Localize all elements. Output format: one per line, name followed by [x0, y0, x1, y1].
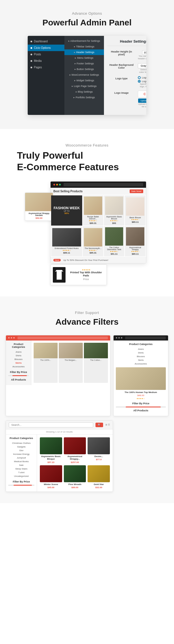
fp2-cat-1[interactable]: Jeans	[116, 347, 166, 351]
fp3-product-4[interactable]: Winter Scene $45.00	[40, 465, 62, 489]
filter-panel-1-body: Product Categories Jeans Shirts Blouses …	[6, 340, 110, 385]
sub-item-header[interactable]: Header Settings	[64, 49, 104, 55]
fp3-body: Product Categories Christmas Clothes Gad…	[6, 435, 113, 492]
upload-logo-button[interactable]: Upload Site Logo	[138, 99, 146, 103]
fp2-cat-4[interactable]: Skirts	[116, 358, 166, 362]
sidebar-item-posts[interactable]: Posts	[28, 51, 64, 58]
fp2-product-stars: ★★★★☆	[116, 398, 166, 400]
filter-products-grid-1: The 100%... The Belgian... The Cotton...	[31, 340, 110, 385]
fp2-cat-3[interactable]: Blouses	[116, 355, 166, 358]
fp3-cat-glor[interactable]: Glor	[8, 449, 34, 452]
fp3-product-3[interactable]: Desim... $77.0	[88, 437, 110, 464]
fp3-search-input[interactable]	[9, 422, 93, 427]
filter-panel-2: Product Categories Jeans Shirts Blouses …	[113, 335, 168, 416]
fp3-cat-sale[interactable]: Sale	[8, 463, 34, 467]
logo-preview: Ci●ico	[138, 91, 146, 97]
sidebar-item-cicio[interactable]: Cicio Options	[28, 45, 64, 51]
sub-item-login[interactable]: Login Page Settings	[64, 83, 104, 89]
product-name-3: Basic Blouse	[129, 217, 141, 219]
product-img-7	[126, 227, 144, 246]
radio-logo-image[interactable]: Logo as Image	[138, 80, 146, 83]
cat-jeans[interactable]: Jeans	[8, 350, 29, 354]
fp2-price-bar	[116, 407, 166, 407]
cat-blouses[interactable]: Blouses	[8, 357, 29, 361]
product-cell-5[interactable]: The Neomoneyth... ★★★★☆ $85.31	[83, 226, 103, 256]
dot-red	[53, 184, 55, 185]
product-cell-3[interactable]: Basic Blouse ★★★★☆ $89.11	[125, 195, 145, 226]
product-stars-5: ★★★★☆	[89, 249, 97, 252]
fp3-cat-gadgets[interactable]: Gadgets	[8, 445, 34, 449]
fp3-cat-jumpsult[interactable]: Jumpsult	[8, 456, 34, 460]
fp3-cat-increase[interactable]: Increase Energy	[8, 452, 34, 456]
promo-tag: New!	[53, 259, 61, 261]
product-price-7: $89.11	[132, 253, 138, 255]
sub-item-menu[interactable]: Menu Settings	[64, 55, 104, 61]
fp3-product-2[interactable]: Asymmetrical Strappy... $257.00	[64, 437, 86, 464]
sub-item-button[interactable]: Button Settings	[64, 66, 104, 72]
product-cell-1[interactable]: Recipe Ballet Dancer... ★★★★☆ $89.31	[83, 195, 103, 226]
fp3-cat-medical[interactable]: Medical Books	[8, 460, 34, 463]
fp3-product-price-5: $89.00	[64, 486, 86, 489]
fp2-product-img	[116, 367, 166, 390]
product-img-4	[52, 228, 81, 246]
shop-products-grid: FASHION WEEK UP TO 50% Recipe Ballet Dan…	[51, 195, 146, 257]
header-height-input[interactable]	[142, 50, 146, 55]
product-price-2: $93	[112, 222, 116, 224]
logo-image-field: Logo Image Ci●ico Upload Site Logo Uploa…	[107, 91, 146, 108]
fp3-cat-tshirt[interactable]: T-shirt	[8, 471, 34, 474]
fp3-price-section: Filter By Price	[8, 480, 34, 486]
product-cell-4[interactable]: Embroidered Printed Mules ★★★★☆ $89.11	[51, 226, 82, 256]
product-cell-7[interactable]: Asymmetrical Strappy ★★★★☆ $89.11	[125, 226, 145, 256]
fp3-view-toggle[interactable]: ⊞ ☰	[105, 423, 110, 426]
fp3-cat-christmas[interactable]: Christmas Clothes	[8, 441, 34, 445]
tshirt-shape	[55, 270, 64, 280]
ecommerce-demo: Asymmetrical Strappy Sandals $92.00 Best…	[28, 181, 146, 285]
product-cell-2[interactable]: Asymmetric Basic Blouse ★★★★☆ $93	[104, 195, 125, 226]
sidebar-item-dashboard[interactable]: Dashboard	[28, 38, 64, 45]
sidebar-item-pages[interactable]: Pages	[28, 64, 64, 71]
fp3-cat-uncategorized[interactable]: Uncategorized	[8, 474, 34, 478]
cat-shirts[interactable]: Shirts	[8, 354, 29, 357]
sub-item-widget[interactable]: Widget Settings	[64, 78, 104, 83]
best-selling-title: Best Selling Products	[53, 190, 82, 193]
cat-accessories[interactable]: Accessories	[8, 365, 29, 368]
fp3-cat-sleep[interactable]: Sleep Stairs	[8, 467, 34, 471]
sub-item-woocommerce[interactable]: WooCommerce Settings	[64, 72, 104, 78]
fp3-search-button[interactable]: 🔍	[95, 423, 103, 427]
fp2-price-section: Filter By Price	[116, 402, 166, 407]
fp3-product-name-1: Asymmetric Basic Bloque	[40, 455, 62, 460]
radio-logo-text[interactable]: Logo as Text	[138, 76, 146, 79]
ecommerce-section: Woocommerce Features Truly Powerful E-Co…	[0, 129, 174, 296]
product-cell-6[interactable]: The Cotton Sleeveless Tank ★★★★☆ $91.11	[104, 226, 125, 256]
fp3-product-1[interactable]: Asymmetric Basic Bloque $57.23	[40, 437, 62, 464]
sub-item-blog[interactable]: Blog Settings	[64, 89, 104, 95]
fp3-product-price-3: $77.0	[88, 458, 110, 461]
fp2-cat-5[interactable]: Accessories	[116, 362, 166, 366]
fp3-product-name-2: Asymmetrical Strappy...	[64, 455, 86, 460]
sub-item-titlebar[interactable]: Titlebar Settings	[64, 44, 104, 49]
product-stars-3: ★★★★☆	[131, 219, 140, 221]
header-bg-select[interactable]: Gray	[138, 63, 146, 68]
product-stars-1: ★★★★☆	[89, 220, 97, 222]
cat-skirts[interactable]: Skirts	[8, 361, 29, 365]
fp3-product-img-4	[40, 465, 62, 482]
fp3-product-6[interactable]: Gold Star $32.00	[88, 465, 110, 489]
product-img-1	[84, 197, 102, 215]
fp3-product-price-6: $32.00	[88, 486, 110, 489]
fp3-product-5[interactable]: Pine Wreath $89.00	[64, 465, 86, 489]
header-height-hint: You can set height of header area from h…	[138, 55, 146, 60]
radio-dot-text	[138, 76, 141, 79]
fp3-showing-count: Showing 1-12 of 13 results	[6, 429, 113, 435]
cart-info: ★★★★★ Printed Top With Shoulder Pads Pri…	[68, 269, 104, 281]
sub-item-advertisement[interactable]: Advertisement for Settings	[64, 38, 104, 44]
filter-demos-container: Product Categories Jeans Shirts Blouses …	[6, 335, 168, 492]
sub-item-portfolio[interactable]: Portfolio Settings	[64, 95, 104, 100]
admin-section-label: Advance Options	[6, 11, 168, 16]
filter-thumb-3[interactable]: The Cotton...	[84, 343, 108, 383]
filter-thumb-1[interactable]: The 100%...	[34, 343, 58, 383]
fp2-cat-2[interactable]: Shirts	[116, 351, 166, 355]
filter-thumb-2[interactable]: The Belgian...	[59, 343, 83, 383]
sub-item-footer[interactable]: Footer Settings	[64, 61, 104, 66]
sidebar-item-media[interactable]: Media	[28, 58, 64, 64]
side-product-info: Asymmetrical Strappy Sandals $92.00	[25, 211, 53, 221]
